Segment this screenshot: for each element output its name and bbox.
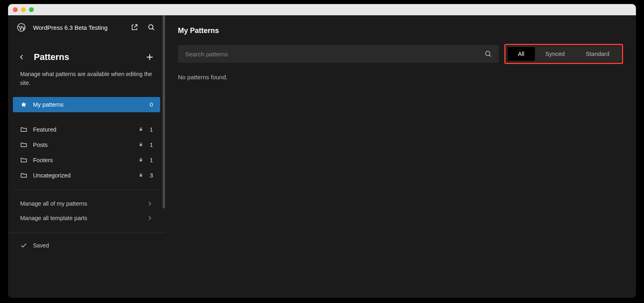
- sidebar-scrollbar[interactable]: [163, 15, 165, 208]
- sidebar-item-count: 1: [150, 157, 153, 163]
- sidebar-item-count: 0: [150, 101, 153, 108]
- app-window: WordPress 6.3 Beta Testing: [8, 4, 636, 298]
- sidebar-item-count: 3: [150, 172, 153, 179]
- main-content: My Patterns All Synced Standard No pa: [165, 15, 636, 298]
- svg-point-1: [149, 25, 153, 29]
- sidebar-item-footers[interactable]: Footers 1: [13, 153, 160, 168]
- sidebar: WordPress 6.3 Beta Testing: [8, 15, 165, 298]
- check-icon: [20, 242, 27, 249]
- sidebar-item-label: Featured: [33, 126, 133, 133]
- lock-icon: [138, 173, 144, 178]
- sidebar-topbar: WordPress 6.3 Beta Testing: [8, 15, 165, 36]
- window-minimize-button[interactable]: [21, 7, 26, 12]
- toolbar: All Synced Standard: [178, 44, 623, 64]
- sidebar-title: Patterns: [34, 52, 69, 62]
- star-icon: [20, 101, 27, 108]
- search-input[interactable]: [184, 50, 484, 58]
- window-titlebar: [8, 4, 636, 15]
- folder-icon: [20, 157, 27, 164]
- window-maximize-button[interactable]: [29, 7, 34, 12]
- tab-standard[interactable]: Standard: [575, 47, 620, 61]
- sidebar-header: Patterns: [8, 36, 165, 67]
- svg-point-2: [485, 51, 490, 56]
- lock-icon: [138, 157, 144, 163]
- folder-icon: [20, 141, 27, 148]
- sync-filter-tabs: All Synced Standard: [506, 46, 621, 62]
- sidebar-item-posts[interactable]: Posts 1: [13, 137, 160, 153]
- sidebar-item-label: My patterns: [33, 101, 144, 108]
- sidebar-description: Manage what patterns are available when …: [8, 67, 165, 97]
- sidebar-item-uncategorized[interactable]: Uncategorized 3: [13, 168, 160, 183]
- page-title: My Patterns: [178, 27, 623, 35]
- sidebar-item-label: Footers: [33, 157, 133, 163]
- sidebar-link-label: Manage all of my patterns: [20, 200, 87, 207]
- save-status-label: Saved: [33, 242, 49, 249]
- site-title[interactable]: WordPress 6.3 Beta Testing: [33, 24, 122, 31]
- empty-state-message: No patterns found.: [178, 74, 623, 80]
- sidebar-item-label: Posts: [33, 142, 133, 148]
- search-icon: [484, 50, 492, 58]
- save-status: Saved: [8, 233, 165, 258]
- sidebar-category-list: My patterns 0 Featured 1: [8, 97, 165, 225]
- add-pattern-button[interactable]: [143, 51, 156, 64]
- sidebar-item-count: 1: [150, 142, 153, 148]
- search-icon[interactable]: [147, 23, 156, 32]
- tab-all[interactable]: All: [508, 47, 535, 61]
- back-button[interactable]: [17, 52, 27, 62]
- lock-icon: [138, 127, 144, 132]
- chevron-right-icon: [147, 215, 153, 221]
- wordpress-logo-icon[interactable]: [17, 23, 26, 32]
- sidebar-item-featured[interactable]: Featured 1: [13, 122, 160, 137]
- manage-my-patterns-link[interactable]: Manage all of my patterns: [13, 196, 160, 211]
- lock-icon: [138, 142, 144, 148]
- tab-synced[interactable]: Synced: [535, 47, 575, 61]
- chevron-right-icon: [147, 200, 153, 207]
- sidebar-item-label: Uncategorized: [33, 172, 133, 179]
- folder-icon: [20, 172, 27, 179]
- divider: [13, 190, 160, 190]
- sidebar-link-label: Manage all template parts: [20, 215, 87, 221]
- folder-icon: [20, 126, 27, 133]
- sync-filter-highlight: All Synced Standard: [504, 44, 623, 64]
- open-site-icon[interactable]: [130, 23, 139, 32]
- sidebar-item-my-patterns[interactable]: My patterns 0: [13, 97, 160, 112]
- search-field[interactable]: [178, 45, 499, 63]
- window-close-button[interactable]: [13, 7, 18, 12]
- sidebar-item-count: 1: [150, 126, 153, 133]
- manage-template-parts-link[interactable]: Manage all template parts: [13, 211, 160, 225]
